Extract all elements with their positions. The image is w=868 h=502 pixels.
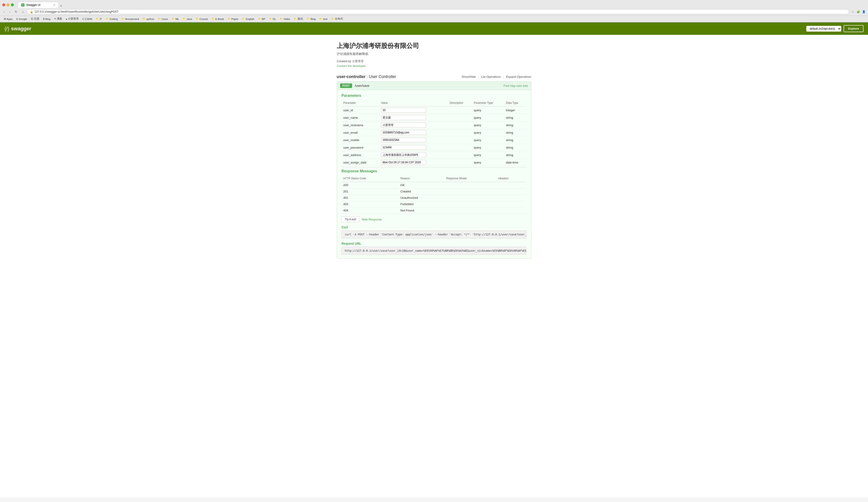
endpoint: POST /user/save Find Hep user lists Para… xyxy=(337,81,531,259)
param-name-7: user_assign_date xyxy=(341,159,379,166)
address-bar[interactable] xyxy=(35,10,846,13)
request-url-box: http://127.0.0.1/user/save?user_id=10&us… xyxy=(341,247,527,255)
bookmark-label-coding: Coding xyxy=(110,18,118,20)
response-row-1: 201 Created xyxy=(341,188,527,195)
contact-link[interactable]: Contact the developer xyxy=(337,64,365,67)
bookmark-博客[interactable]: ✎博客 xyxy=(52,17,64,21)
response-headers-3 xyxy=(496,201,527,207)
bookmark-apps[interactable]: ⊞Apps xyxy=(2,17,14,21)
param-row-2: user_nickname query string xyxy=(341,122,527,129)
bookmark-distribute[interactable]: 📁分布式 xyxy=(329,17,345,21)
param-input-2[interactable] xyxy=(381,123,426,127)
bookmark-xiaojing[interactable]: ♦小景哥哥 xyxy=(64,17,80,21)
close-button[interactable] xyxy=(2,3,5,6)
param-input-4[interactable] xyxy=(381,137,426,143)
param-description-6 xyxy=(448,151,472,159)
bookmark-ebook[interactable]: 📁E-Book xyxy=(210,17,226,21)
extension-icon[interactable]: 🧩 xyxy=(856,10,860,14)
response-code-0: 200 xyxy=(341,182,399,188)
param-name-6: user_address xyxy=(341,151,379,159)
param-input-6[interactable] xyxy=(381,153,426,157)
bookmark-baidu[interactable]: 百百度 xyxy=(29,17,41,21)
param-input-7[interactable] xyxy=(381,160,426,165)
show-hide-link[interactable]: Show/Hide xyxy=(462,75,476,79)
page: {/} swagger default (/v2/api-docs) Explo… xyxy=(0,22,868,497)
bookmark-icon-tool: 📁 xyxy=(319,18,322,20)
bookmark-label-video: Video xyxy=(283,18,290,20)
response-reason-2: Unauthorized xyxy=(399,195,444,201)
bookmark-python[interactable]: 📁python xyxy=(141,17,156,21)
tab-close-icon[interactable]: ✕ xyxy=(53,4,55,7)
bookmarks-bar: ⊞AppsGGoogle百百度BBing✎博客♦小景哥哥CCSDN📁IT📁Cod… xyxy=(0,16,868,22)
response-row-3: 403 Forbidden xyxy=(341,201,527,207)
bookmark-blog[interactable]: 📁Blog xyxy=(305,17,317,21)
explore-button[interactable]: Explore xyxy=(844,25,864,32)
bookmark-label-it: IT xyxy=(100,18,102,20)
param-type-6: query xyxy=(472,151,504,159)
bookmark-paper[interactable]: 📁Paper xyxy=(226,17,240,21)
swagger-logo-icon: {/} xyxy=(4,26,9,32)
expand-operations-link[interactable]: Expand Operations xyxy=(506,75,531,79)
bookmark-label-resume: 面试 xyxy=(298,17,303,21)
api-docs-select[interactable]: default (/v2/api-docs) xyxy=(806,26,841,32)
param-input-5[interactable] xyxy=(381,145,426,150)
endpoint-body: Parameters Parameter Value Description P… xyxy=(337,90,531,259)
try-it-button[interactable]: Try it out! xyxy=(341,217,360,222)
param-name-3: user_email xyxy=(341,129,379,136)
reload-button[interactable]: ↻ xyxy=(13,10,19,14)
bookmark-coding[interactable]: 📁Coding xyxy=(104,17,119,21)
bookmark-tool[interactable]: 📁tool xyxy=(318,17,329,21)
response-reason-4: Not Found xyxy=(399,207,444,214)
bookmark-java[interactable]: 📁Java xyxy=(181,17,194,21)
bookmark-video[interactable]: 📁Video xyxy=(278,17,292,21)
maximize-button[interactable] xyxy=(11,3,14,6)
param-description-7 xyxy=(448,159,472,166)
bookmark-course[interactable]: 📁Course xyxy=(194,17,209,21)
find-user-link[interactable]: Find Hep user lists xyxy=(504,84,528,87)
bookmark-resume[interactable]: 📁面试 xyxy=(292,17,304,21)
param-input-1[interactable] xyxy=(381,115,426,120)
parameters-title: Parameters xyxy=(341,94,527,98)
response-model-4 xyxy=(444,207,496,214)
bookmark-amusement[interactable]: 📁Amusement xyxy=(120,17,141,21)
response-code-3: 403 xyxy=(341,201,399,207)
active-tab[interactable]: S Swagger UI ✕ xyxy=(18,2,59,8)
param-name-0: user_id xyxy=(341,106,379,114)
bookmark-icon-english: 📁 xyxy=(242,18,245,20)
bookmark-english[interactable]: 📁English xyxy=(240,17,256,21)
bookmark-label-blog: Blog xyxy=(310,18,316,20)
browser-titlebar: S Swagger UI ✕ + xyxy=(0,0,868,8)
list-operations-link[interactable]: List Operations xyxy=(481,75,501,79)
param-input-3[interactable] xyxy=(381,130,426,135)
param-input-0[interactable] xyxy=(381,108,426,113)
param-value-cell-2 xyxy=(379,122,448,129)
response-row-4: 404 Not Found xyxy=(341,207,527,214)
response-headers-1 xyxy=(496,188,527,195)
param-row-6: user_address query string xyxy=(341,151,527,159)
bookmark-icon-course: 📁 xyxy=(196,18,199,20)
bookmark-csdn[interactable]: CCSDN xyxy=(81,17,94,21)
bookmark-icon-video: 📁 xyxy=(280,18,283,20)
bookmark-google[interactable]: GGoogle xyxy=(14,17,29,21)
back-button[interactable]: ‹ xyxy=(2,10,6,14)
param-description-3 xyxy=(448,129,472,136)
forward-button[interactable]: › xyxy=(8,10,12,14)
sep2: | xyxy=(503,75,504,79)
hide-response-link[interactable]: Hide Response xyxy=(362,218,382,221)
bookmark-bp[interactable]: 📁BP xyxy=(256,17,267,21)
bookmark-bing[interactable]: BBing xyxy=(41,17,52,21)
parameters-table: Parameter Value Description Parameter Ty… xyxy=(341,101,527,166)
controller-description: User Controller xyxy=(369,74,396,79)
home-button[interactable]: ⌂ xyxy=(21,10,25,14)
profile-icon[interactable]: 👤 xyxy=(862,10,866,14)
bookmark-linux[interactable]: 📁Linux xyxy=(156,17,170,21)
method-badge: POST xyxy=(340,83,352,88)
bookmark-it[interactable]: 📁IT xyxy=(94,17,103,21)
bookmark-icon-ml: 📁 xyxy=(172,18,175,20)
bookmark-ml[interactable]: 📁ML xyxy=(170,17,181,21)
new-tab-button[interactable]: + xyxy=(59,4,63,8)
star-icon[interactable]: ☆ xyxy=(851,10,855,14)
bookmark-label-ebook: E-Book xyxy=(215,18,224,20)
bookmark-dl[interactable]: 📁DL xyxy=(267,17,278,21)
minimize-button[interactable] xyxy=(7,3,10,6)
